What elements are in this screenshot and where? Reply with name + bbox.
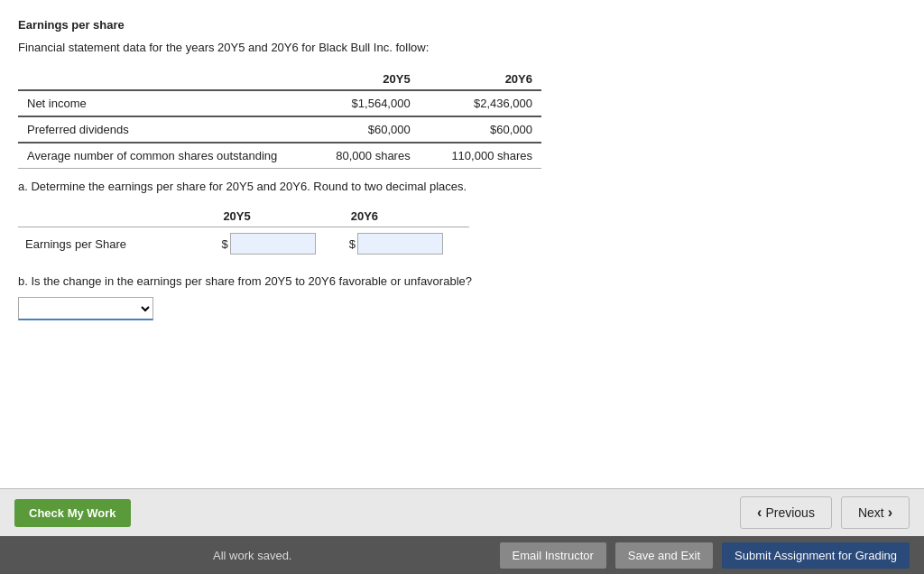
dollar-sign-20y5: $ bbox=[221, 237, 227, 251]
eps-20y6-cell: $ bbox=[342, 227, 469, 261]
table-row: Average number of common shares outstand… bbox=[18, 143, 541, 169]
eps-20y6-input[interactable] bbox=[357, 233, 443, 255]
table-cell-20y5: 80,000 shares bbox=[297, 143, 419, 169]
table-row: Preferred dividends$60,000$60,000 bbox=[18, 116, 541, 143]
data-table-20y5-header: 20Y5 bbox=[297, 69, 419, 90]
earnings-per-share-row: Earnings per Share $ $ bbox=[18, 227, 469, 261]
table-cell-20y6: $2,436,000 bbox=[420, 90, 541, 116]
data-table: 20Y5 20Y6 Net income$1,564,000$2,436,000… bbox=[18, 69, 541, 169]
check-my-work-button[interactable]: Check My Work bbox=[14, 499, 131, 527]
answer-table-20y5-header: 20Y5 bbox=[214, 206, 341, 227]
table-cell-20y6: 110,000 shares bbox=[420, 143, 541, 169]
eps-20y5-cell: $ bbox=[214, 227, 341, 261]
answer-table-20y6-header: 20Y6 bbox=[342, 206, 469, 227]
table-cell-label: Preferred dividends bbox=[18, 116, 297, 143]
nav-bar: Check My Work ‹ Previous Next › bbox=[0, 488, 924, 536]
table-cell-20y5: $1,564,000 bbox=[297, 90, 419, 116]
dollar-sign-20y6: $ bbox=[349, 237, 356, 251]
table-cell-label: Average number of common shares outstand… bbox=[18, 143, 297, 169]
answer-table: 20Y5 20Y6 Earnings per Share $ $ bbox=[18, 206, 469, 260]
question-b-text: b. Is the change in the earnings per sha… bbox=[18, 274, 906, 288]
main-content: Earnings per share Financial statement d… bbox=[0, 0, 924, 488]
footer-status: All work saved. bbox=[14, 549, 491, 562]
favorable-dropdown-wrapper: FavorableUnfavorable bbox=[18, 297, 153, 320]
table-cell-20y6: $60,000 bbox=[420, 116, 541, 143]
next-button[interactable]: Next › bbox=[841, 496, 910, 529]
intro-text: Financial statement data for the years 2… bbox=[18, 41, 906, 54]
section-title: Earnings per share bbox=[18, 18, 906, 32]
chevron-left-icon: ‹ bbox=[757, 505, 762, 521]
previous-button[interactable]: ‹ Previous bbox=[740, 496, 832, 529]
favorable-dropdown[interactable]: FavorableUnfavorable bbox=[18, 297, 153, 320]
eps-20y5-input[interactable] bbox=[230, 233, 316, 255]
table-cell-20y5: $60,000 bbox=[297, 116, 419, 143]
data-table-label-col bbox=[18, 69, 297, 90]
question-a-text: a. Determine the earnings per share for … bbox=[18, 180, 906, 193]
chevron-right-icon: › bbox=[888, 505, 892, 521]
answer-table-label-col bbox=[18, 206, 214, 227]
save-exit-button[interactable]: Save and Exit bbox=[615, 542, 713, 569]
email-instructor-button[interactable]: Email Instructor bbox=[500, 542, 606, 569]
table-row: Net income$1,564,000$2,436,000 bbox=[18, 90, 541, 116]
submit-assignment-button[interactable]: Submit Assignment for Grading bbox=[722, 542, 910, 569]
footer-bar: All work saved. Email Instructor Save an… bbox=[0, 536, 924, 574]
data-table-20y6-header: 20Y6 bbox=[420, 69, 541, 90]
question-b-container: b. Is the change in the earnings per sha… bbox=[18, 274, 906, 320]
earnings-per-share-label: Earnings per Share bbox=[18, 227, 214, 261]
table-cell-label: Net income bbox=[18, 90, 297, 116]
